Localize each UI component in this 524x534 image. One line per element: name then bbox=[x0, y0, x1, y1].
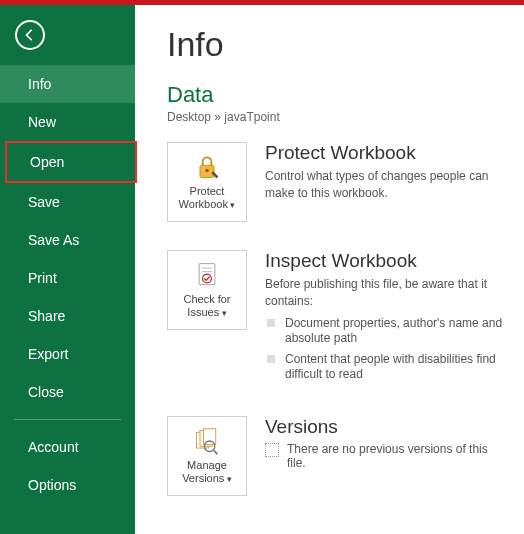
svg-point-1 bbox=[205, 169, 209, 173]
sidebar-item-print[interactable]: Print bbox=[0, 259, 135, 297]
breadcrumb: Desktop » javaTpoint bbox=[167, 110, 509, 124]
dropdown-arrow-icon: ▾ bbox=[228, 200, 236, 210]
check-issues-tile[interactable]: Check for Issues ▾ bbox=[167, 250, 247, 330]
lock-icon bbox=[193, 153, 221, 181]
backstage-sidebar: InfoNewOpenSaveSave AsPrintShareExportCl… bbox=[0, 5, 135, 534]
protect-section: Protect Workbook ▾ Protect Workbook Cont… bbox=[167, 142, 509, 222]
inspect-heading: Inspect Workbook bbox=[265, 250, 509, 272]
inspect-bullets: Document properties, author's name and a… bbox=[265, 316, 509, 383]
dropdown-arrow-icon: ▾ bbox=[219, 308, 227, 318]
sidebar-item-close[interactable]: Close bbox=[0, 373, 135, 411]
sidebar-divider bbox=[14, 419, 121, 420]
manage-versions-tile[interactable]: Manage Versions ▾ bbox=[167, 416, 247, 496]
inspect-bullet-item: Document properties, author's name and a… bbox=[265, 316, 509, 347]
inspect-desc: Before publishing this file, be aware th… bbox=[265, 276, 509, 310]
sidebar-item-account[interactable]: Account bbox=[0, 428, 135, 466]
sidebar-item-open[interactable]: Open bbox=[5, 141, 137, 183]
back-button[interactable] bbox=[15, 20, 45, 50]
versions-section: Manage Versions ▾ Versions There are no … bbox=[167, 416, 509, 496]
versions-tile-label: Manage Versions bbox=[182, 459, 227, 484]
sidebar-item-new[interactable]: New bbox=[0, 103, 135, 141]
document-check-icon bbox=[193, 261, 221, 289]
sidebar-item-share[interactable]: Share bbox=[0, 297, 135, 335]
document-ghost-icon bbox=[265, 443, 279, 457]
protect-workbook-tile[interactable]: Protect Workbook ▾ bbox=[167, 142, 247, 222]
sidebar-item-save-as[interactable]: Save As bbox=[0, 221, 135, 259]
versions-desc: There are no previous versions of this f… bbox=[287, 442, 509, 470]
sidebar-item-info[interactable]: Info bbox=[0, 65, 135, 103]
protect-tile-label: Protect Workbook bbox=[179, 185, 228, 210]
versions-icon bbox=[193, 427, 221, 455]
inspect-section: Check for Issues ▾ Inspect Workbook Befo… bbox=[167, 250, 509, 388]
inspect-bullet-item: Content that people with disabilities fi… bbox=[265, 352, 509, 383]
sidebar-item-save[interactable]: Save bbox=[0, 183, 135, 221]
protect-desc: Control what types of changes people can… bbox=[265, 168, 509, 202]
sidebar-item-options[interactable]: Options bbox=[0, 466, 135, 504]
svg-rect-6 bbox=[204, 429, 216, 445]
protect-heading: Protect Workbook bbox=[265, 142, 509, 164]
page-title: Info bbox=[167, 25, 509, 64]
main-pane: Info Data Desktop » javaTpoint Protect W… bbox=[135, 5, 524, 534]
versions-heading: Versions bbox=[265, 416, 509, 438]
sidebar-item-export[interactable]: Export bbox=[0, 335, 135, 373]
file-name: Data bbox=[167, 82, 509, 108]
dropdown-arrow-icon: ▾ bbox=[224, 474, 232, 484]
back-arrow-icon bbox=[23, 28, 37, 42]
